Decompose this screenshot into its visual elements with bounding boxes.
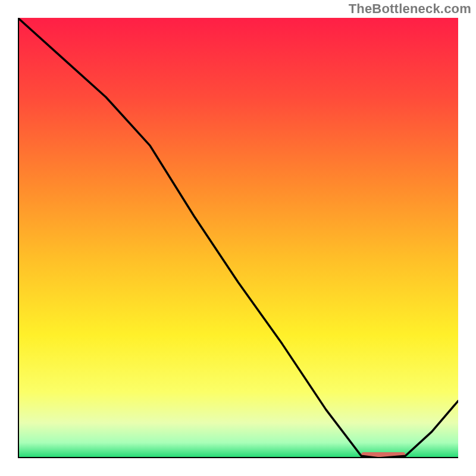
- chart-svg: [18, 18, 458, 458]
- attribution-label: TheBottleneck.com: [349, 1, 471, 17]
- plot-area: [18, 18, 458, 458]
- chart-canvas: TheBottleneck.com: [0, 0, 476, 476]
- gradient-background: [18, 18, 458, 458]
